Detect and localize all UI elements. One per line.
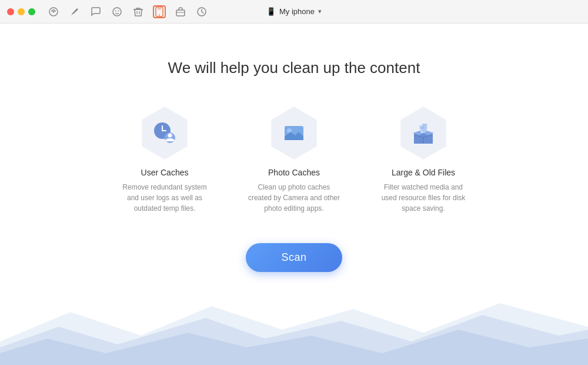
- user-caches-icon-wrap: [138, 107, 191, 160]
- close-button[interactable]: [7, 8, 14, 15]
- feature-card-photo-caches: Photo Caches Clean up photo caches creat…: [247, 107, 341, 214]
- feature-card-user-caches: User Caches Remove redundant system and …: [118, 107, 212, 214]
- brush-icon[interactable]: [68, 5, 81, 18]
- user-caches-desc: Remove redundant system and user logs as…: [118, 182, 212, 214]
- device-name: My iphone: [279, 7, 315, 16]
- chevron-down-icon: ▾: [318, 8, 322, 15]
- minimize-button[interactable]: [18, 8, 25, 15]
- user-caches-icon: [149, 118, 180, 148]
- svg-point-11: [168, 134, 172, 138]
- svg-point-3: [115, 10, 116, 11]
- photo-caches-icon-wrap: [268, 107, 320, 160]
- user-caches-title: User Caches: [141, 168, 189, 177]
- large-files-title: Large & Old Files: [392, 168, 455, 177]
- bag-icon[interactable]: [174, 5, 187, 18]
- features-row: User Caches Remove redundant system and …: [118, 107, 470, 214]
- svg-rect-7: [176, 10, 185, 16]
- mountains-decoration: [0, 294, 588, 365]
- photo-caches-title: Photo Caches: [268, 168, 320, 177]
- scan-button[interactable]: Scan: [246, 243, 342, 272]
- trash-icon[interactable]: [132, 5, 145, 18]
- svg-rect-15: [422, 124, 427, 132]
- svg-point-1: [53, 11, 55, 12]
- title-bar: 📱 My iphone ▾: [0, 0, 588, 24]
- photo-caches-desc: Clean up photo caches created by Camera …: [247, 182, 341, 214]
- svg-point-4: [118, 10, 119, 11]
- message-icon[interactable]: [89, 5, 102, 18]
- large-files-icon-wrap: [397, 107, 450, 160]
- headline: We will help you clean up the content: [168, 59, 420, 77]
- device-phone-icon: 📱: [266, 7, 276, 16]
- main-content: We will help you clean up the content Us…: [0, 24, 588, 365]
- svg-point-2: [113, 8, 121, 16]
- svg-point-6: [159, 14, 160, 15]
- maximize-button[interactable]: [28, 8, 35, 15]
- clock-icon[interactable]: [195, 5, 208, 18]
- photo-caches-icon: [279, 118, 309, 148]
- large-old-files-icon: [407, 118, 440, 148]
- airplay-icon[interactable]: [47, 5, 60, 18]
- device-manage-icon[interactable]: [153, 5, 166, 18]
- face-icon[interactable]: [111, 5, 123, 18]
- feature-card-large-files: Large & Old Files Filter watched media a…: [376, 107, 470, 214]
- traffic-lights: [7, 8, 35, 15]
- toolbar-icons: [47, 5, 208, 18]
- large-files-desc: Filter watched media and used resource f…: [376, 182, 470, 214]
- device-selector[interactable]: 📱 My iphone ▾: [266, 7, 322, 16]
